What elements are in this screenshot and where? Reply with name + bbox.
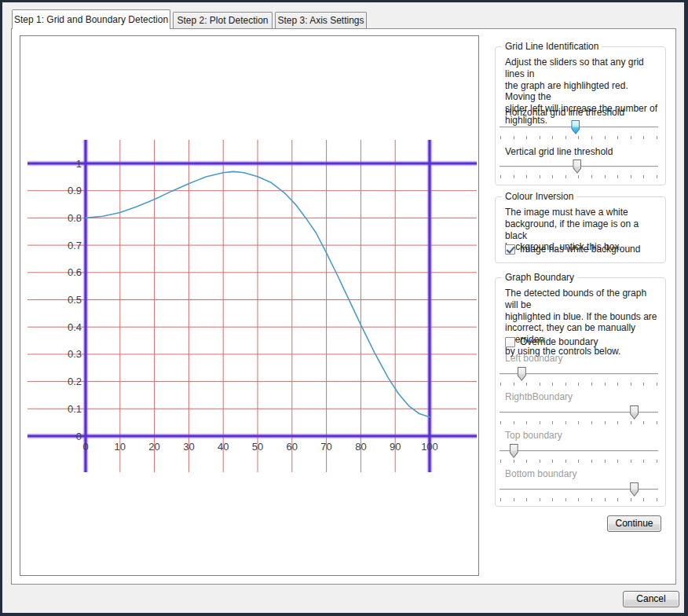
graph-canvas: 00.10.20.30.40.50.60.70.80.9101020304050… [20,36,478,575]
slider-thumb-face [511,445,518,457]
right-boundary-label: RightbBoundary [505,391,573,402]
horizontal-grid-threshold-slider[interactable] [500,120,658,141]
x-tick-label: 30 [183,441,194,453]
y-tick-label: 0.8 [68,212,82,224]
vertical-threshold-label: Vertical grid line threshold [505,146,613,157]
override-boundary-checkbox-row[interactable]: Override boundary [505,336,598,348]
slider-tick-marks [500,498,657,501]
x-tick-label: 80 [355,441,366,453]
slider-thumb-face [573,160,580,173]
slider-thumb[interactable] [573,160,581,174]
slider-tick-marks [500,460,657,463]
slider-track[interactable] [500,450,658,452]
groupbox-colour-inversion: Colour Inversion The image must have a w… [495,196,666,263]
cancel-button[interactable]: Cancel [623,591,679,607]
override-boundary-checkbox[interactable] [505,337,515,347]
y-tick-label: 0 [76,431,82,442]
slider-tick-marks [500,136,657,139]
left-boundary-slider[interactable] [500,367,658,387]
tab-step2-plot-detection[interactable]: Step 2: Plot Detection [173,12,273,29]
groupbox-graph-boundary: Graph Boundary The detected bounds of th… [495,277,666,507]
white-background-checkbox[interactable] [505,244,515,255]
x-tick-label: 90 [390,441,401,453]
y-tick-label: 0.5 [68,294,82,306]
white-background-checkbox-label: Image has white background [520,244,640,255]
top-boundary-label: Top boundary [505,430,562,441]
y-tick-label: 0.4 [68,321,82,333]
bottom-boundary-slider[interactable] [500,482,658,503]
slider-thumb[interactable] [571,120,580,134]
x-tick-label: 0 [82,441,88,453]
x-tick-label: 50 [252,441,263,453]
groupbox-title: Colour Inversion [502,191,576,202]
tab-step1-grid-and-boundary-detection[interactable]: Step 1: Grid and Boundary Detection [12,9,170,29]
x-tick-label: 70 [320,441,331,453]
slider-thumb[interactable] [510,444,518,458]
slider-thumb-face [518,368,525,380]
x-tick-label: 10 [115,441,126,453]
y-tick-label: 0.3 [68,348,82,360]
graph-picture-box: 00.10.20.30.40.50.60.70.80.9101020304050… [20,35,479,576]
groupbox-grid-line-identification: Grid Line Identification Adjust the slid… [495,46,666,185]
left-boundary-label: Left boundary [505,353,562,364]
y-tick-label: 1 [76,158,82,170]
slider-thumb-face [631,406,638,419]
y-tick-label: 0.6 [68,266,82,278]
slider-thumb-face [631,483,638,496]
slider-thumb[interactable] [630,482,639,497]
tab-step3-axis-settings[interactable]: Step 3: Axis Settings [275,12,367,29]
y-tick-label: 0.7 [68,240,82,251]
white-background-checkbox-row[interactable]: Image has white background [505,243,640,255]
x-tick-label: 60 [287,441,298,453]
slider-tick-marks [500,175,657,178]
y-tick-label: 0.1 [68,403,82,415]
right-boundary-slider[interactable] [500,405,658,426]
horizontal-threshold-label: Horizontal grid line threshold [505,107,624,118]
y-tick-label: 0.2 [68,376,82,387]
x-tick-label: 20 [148,441,159,453]
app-window: Step 1: Grid and Boundary Detection Step… [0,0,688,616]
slider-tick-marks [500,421,657,424]
x-tick-label: 100 [421,441,438,453]
slider-thumb[interactable] [518,367,526,381]
override-boundary-checkbox-label: Override boundary [520,336,598,347]
slider-thumb-face [572,121,579,134]
y-tick-label: 0.9 [68,185,82,196]
continue-button[interactable]: Continue [607,515,661,532]
slider-tick-marks [500,383,657,386]
x-tick-label: 40 [218,441,229,453]
top-boundary-slider[interactable] [500,444,658,464]
groupbox-title: Graph Boundary [502,272,577,283]
bottom-boundary-label: Bottom boundary [505,468,576,479]
groupbox-title: Grid Line Identification [502,41,602,52]
slider-thumb[interactable] [630,405,639,420]
vertical-grid-threshold-slider[interactable] [500,160,658,180]
